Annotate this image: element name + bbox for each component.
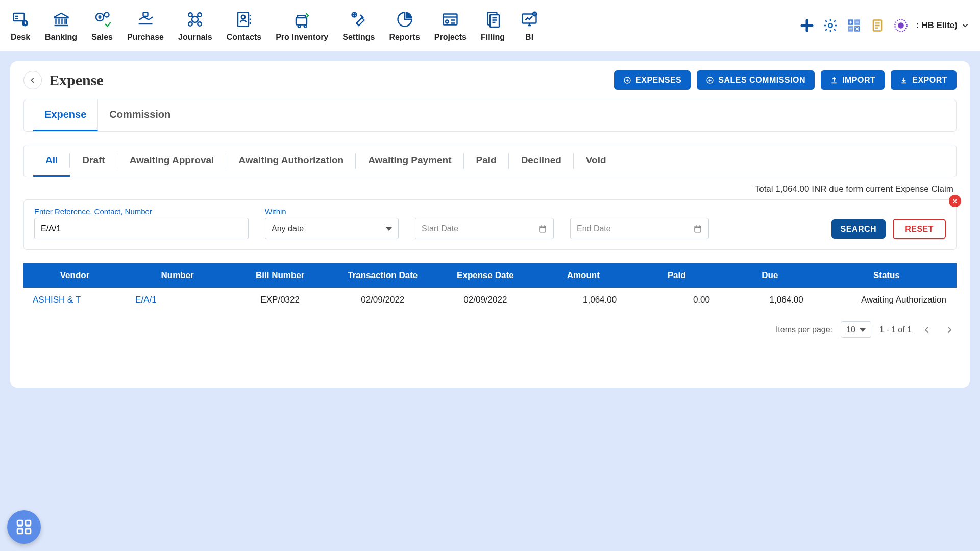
cell-vendor[interactable]: ASHISH & T: [23, 288, 126, 312]
status-tab-all[interactable]: All: [33, 145, 70, 177]
button-label: IMPORT: [842, 76, 875, 85]
status-tab-paid[interactable]: Paid: [464, 145, 509, 177]
search-button[interactable]: SEARCH: [831, 219, 886, 239]
table-row[interactable]: ASHISH & T E/A/1 EXP/0322 02/09/2022 02/…: [23, 288, 957, 312]
col-transaction-date: Transaction Date: [331, 263, 434, 288]
document-icon[interactable]: [869, 17, 886, 34]
nav-filling[interactable]: Filling: [481, 9, 505, 42]
chevron-down-icon: [386, 227, 392, 231]
nav-settings[interactable]: Settings: [342, 9, 375, 42]
status-tab-draft[interactable]: Draft: [70, 145, 117, 177]
new-badge-icon[interactable]: [893, 17, 909, 34]
start-date-input[interactable]: Start Date: [415, 218, 554, 239]
nav-reports[interactable]: Reports: [389, 9, 420, 42]
next-page-button[interactable]: [942, 322, 957, 337]
apps-fab[interactable]: [7, 510, 41, 544]
nav-label: BI: [525, 33, 533, 42]
sales-commission-button[interactable]: SALES COMMISSION: [697, 70, 815, 90]
bank-icon: [51, 9, 71, 30]
svg-rect-0: [14, 13, 24, 21]
svg-point-6: [189, 22, 193, 26]
items-per-page-label: Items per page:: [776, 325, 832, 334]
svg-rect-35: [26, 520, 31, 525]
status-tab-declined[interactable]: Declined: [509, 145, 574, 177]
col-vendor: Vendor: [23, 263, 126, 288]
upload-icon: [830, 76, 838, 84]
col-status: Status: [817, 263, 957, 288]
svg-point-3: [105, 12, 109, 17]
cell-paid: 0.00: [630, 288, 723, 312]
nav-label: Banking: [45, 33, 77, 42]
prev-page-button[interactable]: [920, 322, 934, 337]
nav-label: Journals: [178, 33, 212, 42]
table-header-row: Vendor Number Bill Number Transaction Da…: [23, 263, 957, 288]
cell-tdate: 02/09/2022: [331, 288, 434, 312]
nav-label: Purchase: [127, 33, 164, 42]
page-size-select[interactable]: 10: [841, 321, 871, 338]
filter-actions: SEARCH RESET: [831, 219, 946, 239]
col-due: Due: [723, 263, 817, 288]
status-tab-awaiting-payment[interactable]: Awaiting Payment: [356, 145, 463, 177]
import-button[interactable]: IMPORT: [821, 70, 885, 90]
status-tab-awaiting-approval[interactable]: Awaiting Approval: [117, 145, 227, 177]
col-paid: Paid: [630, 263, 723, 288]
nav-desk[interactable]: Desk: [10, 9, 31, 42]
nav-purchase[interactable]: Purchase: [127, 9, 164, 42]
nav-bi[interactable]: BI: [519, 9, 540, 42]
expenses-button[interactable]: EXPENSES: [614, 70, 691, 90]
nav-pro-inventory[interactable]: Pro Inventory: [276, 9, 328, 42]
purchase-icon: [135, 9, 156, 30]
svg-rect-36: [17, 529, 22, 534]
cell-amount: 1,064.00: [536, 288, 630, 312]
reset-button[interactable]: RESET: [893, 219, 946, 239]
col-amount: Amount: [536, 263, 630, 288]
reference-input[interactable]: [34, 218, 249, 239]
nav-label: Reports: [389, 33, 420, 42]
status-tabs: All Draft Awaiting Approval Awaiting Aut…: [23, 145, 957, 177]
end-date-placeholder: End Date: [577, 224, 611, 233]
cell-bill: EXP/0322: [229, 288, 331, 312]
within-value: Any date: [272, 224, 304, 233]
svg-rect-32: [540, 226, 546, 232]
within-select[interactable]: Any date: [265, 218, 399, 239]
status-tab-void[interactable]: Void: [574, 145, 619, 177]
svg-point-8: [189, 13, 193, 17]
projects-icon: [440, 9, 460, 30]
org-label: : HB Elite): [916, 20, 958, 31]
nav-contacts[interactable]: Contacts: [227, 9, 261, 42]
close-filter-button[interactable]: [949, 195, 961, 207]
pagination: Items per page: 10 1 - 1 of 1: [23, 321, 957, 338]
status-tab-awaiting-authorization[interactable]: Awaiting Authorization: [226, 145, 356, 177]
nav-label: Desk: [11, 33, 30, 42]
chevron-down-icon: [860, 328, 866, 332]
plus-circle-icon: [706, 76, 714, 84]
tab-commission[interactable]: Commission: [98, 99, 182, 131]
filling-icon: [483, 9, 503, 30]
cell-number[interactable]: E/A/1: [126, 288, 229, 312]
top-right-actions: : HB Elite): [799, 17, 970, 34]
nav-journals[interactable]: Journals: [178, 9, 212, 42]
nav-sales[interactable]: Sales: [91, 9, 113, 42]
tab-expense[interactable]: Expense: [33, 99, 98, 131]
calculator-icon[interactable]: [846, 17, 862, 34]
export-button[interactable]: EXPORT: [891, 70, 957, 90]
page-header: Expense EXPENSES SALES COMMISSION IMPORT…: [23, 70, 957, 90]
svg-rect-16: [444, 14, 457, 24]
svg-point-7: [198, 22, 202, 26]
add-icon[interactable]: [799, 17, 815, 34]
expense-table: Vendor Number Bill Number Transaction Da…: [23, 263, 957, 312]
calendar-icon: [693, 224, 702, 233]
nav-projects[interactable]: Projects: [434, 9, 467, 42]
svg-point-9: [198, 13, 202, 17]
svg-rect-4: [143, 12, 148, 16]
back-button[interactable]: [23, 71, 42, 89]
nav-banking[interactable]: Banking: [45, 9, 77, 42]
svg-rect-33: [695, 226, 701, 232]
cell-edate: 02/09/2022: [434, 288, 536, 312]
sales-icon: [92, 9, 112, 30]
end-date-input[interactable]: End Date: [570, 218, 709, 239]
gear-icon[interactable]: [822, 17, 839, 34]
svg-point-22: [828, 23, 832, 28]
org-selector[interactable]: : HB Elite): [916, 20, 970, 31]
button-label: SALES COMMISSION: [718, 76, 805, 85]
